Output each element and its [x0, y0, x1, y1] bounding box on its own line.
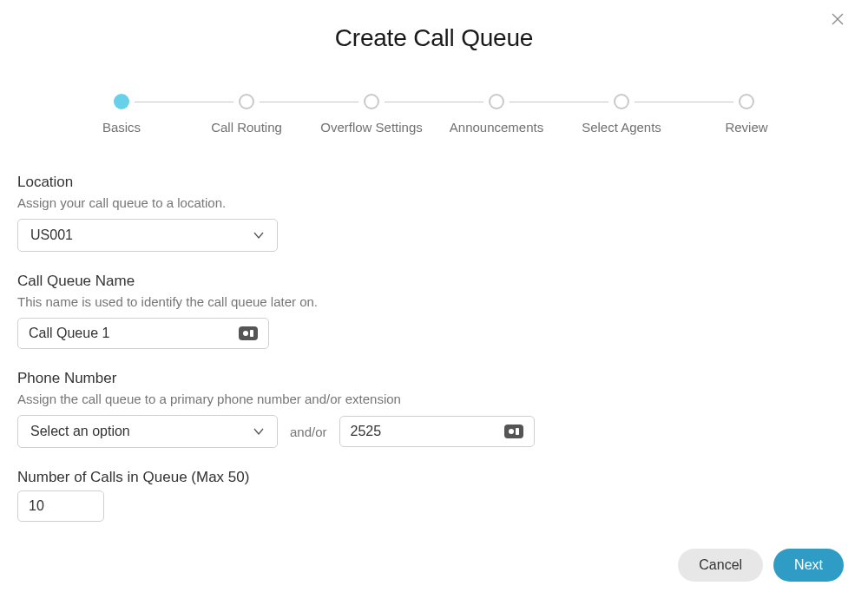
step-label: Select Agents: [582, 120, 661, 135]
queue-count-group: Number of Calls in Queue (Max 50): [17, 469, 851, 522]
step-connector: [260, 102, 358, 102]
step-circle-icon: [239, 94, 254, 109]
step-label: Review: [725, 120, 767, 135]
name-help: This name is used to identify the call q…: [17, 294, 851, 309]
modal-footer: Cancel Next: [0, 531, 868, 599]
location-select[interactable]: US001: [17, 219, 278, 252]
step-review[interactable]: Review: [684, 94, 809, 135]
step-announcements[interactable]: Announcements: [434, 94, 559, 135]
close-icon: [832, 13, 844, 25]
step-label: Call Routing: [211, 120, 282, 135]
close-button[interactable]: [832, 13, 849, 30]
location-select-value: US001: [30, 227, 73, 243]
queue-count-label: Number of Calls in Queue (Max 50): [17, 469, 851, 486]
step-label: Announcements: [450, 120, 543, 135]
location-label: Location: [17, 174, 851, 191]
queue-count-input-wrapper: [17, 490, 104, 522]
phone-label: Phone Number: [17, 370, 851, 387]
extension-input[interactable]: [351, 424, 497, 439]
queue-count-input[interactable]: [29, 498, 93, 514]
phone-select-placeholder: Select an option: [30, 424, 130, 439]
step-circle-icon: [614, 94, 629, 109]
step-circle-icon: [114, 94, 129, 109]
step-circle-icon: [739, 94, 754, 109]
modal-title: Create Call Queue: [0, 24, 868, 52]
name-label: Call Queue Name: [17, 273, 851, 290]
phone-number-select[interactable]: Select an option: [17, 415, 278, 448]
input-badge-icon: [239, 326, 258, 340]
step-circle-icon: [364, 94, 379, 109]
stepper: Basics Call Routing Overflow Settings An…: [59, 94, 809, 135]
phone-help: Assign the call queue to a primary phone…: [17, 392, 851, 406]
step-label: Overflow Settings: [320, 120, 423, 135]
step-overflow-settings[interactable]: Overflow Settings: [309, 94, 434, 135]
step-call-routing[interactable]: Call Routing: [184, 94, 309, 135]
step-connector: [135, 102, 233, 102]
andor-text: and/or: [290, 425, 327, 439]
step-circle-icon: [489, 94, 504, 109]
next-button[interactable]: Next: [773, 549, 844, 582]
location-help: Assign your call queue to a location.: [17, 195, 851, 210]
name-input-wrapper: [17, 318, 269, 349]
step-select-agents[interactable]: Select Agents: [559, 94, 684, 135]
location-group: Location Assign your call queue to a loc…: [17, 174, 851, 252]
cancel-button[interactable]: Cancel: [678, 549, 763, 582]
chevron-down-icon: [253, 229, 265, 241]
phone-row: Select an option and/or: [17, 415, 851, 448]
name-group: Call Queue Name This name is used to ide…: [17, 273, 851, 349]
step-connector: [510, 102, 608, 102]
name-input[interactable]: [29, 326, 232, 341]
form-scroll-area[interactable]: Location Assign your call queue to a loc…: [0, 174, 868, 530]
input-badge-icon: [504, 425, 523, 438]
step-label: Basics: [102, 120, 141, 135]
chevron-down-icon: [253, 425, 265, 438]
step-basics[interactable]: Basics: [59, 94, 184, 135]
extension-input-wrapper: [339, 416, 535, 447]
step-connector: [385, 102, 483, 102]
phone-group: Phone Number Assign the call queue to a …: [17, 370, 851, 448]
step-connector: [635, 102, 733, 102]
